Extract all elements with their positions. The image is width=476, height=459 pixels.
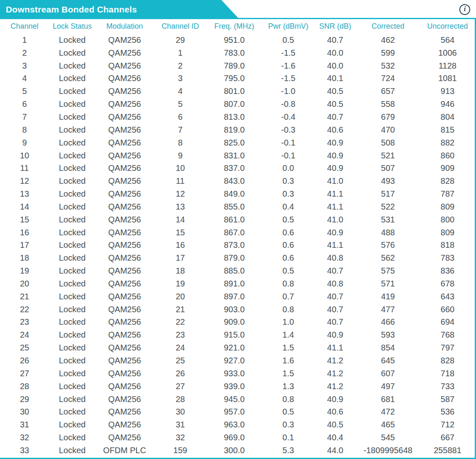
table-cell: 466	[356, 316, 420, 329]
table-cell: 40.1	[315, 72, 356, 85]
table-row: 33LockedOFDM PLC159300.05.344.0-18099956…	[0, 444, 475, 457]
table-cell: 593	[356, 328, 420, 341]
column-header-lock-status: Lock Status	[49, 19, 96, 34]
table-row: 32LockedQAM25632969.00.140.4545667	[0, 431, 475, 444]
table-cell: 41.0	[315, 213, 356, 226]
table-cell: 8	[0, 123, 49, 136]
table-row: 5LockedQAM2564801.0-1.040.5657913	[0, 85, 475, 98]
table-cell: 28	[0, 380, 49, 393]
table-cell: 5	[154, 98, 207, 111]
table-cell: 933.0	[207, 367, 262, 380]
table-cell: 20	[154, 290, 207, 303]
table-cell: 24	[154, 341, 207, 354]
table-cell: 804	[420, 111, 475, 123]
table-cell: 0.6	[262, 239, 315, 252]
table-cell: QAM256	[96, 354, 154, 367]
table-cell: 6	[154, 111, 207, 123]
table-cell: 1.5	[262, 367, 315, 380]
info-icon[interactable]: i	[459, 4, 470, 15]
table-cell: 17	[154, 252, 207, 264]
table-cell: QAM256	[96, 316, 154, 329]
table-cell: 41.2	[315, 367, 356, 380]
table-row: 9LockedQAM2568825.0-0.140.9508882	[0, 136, 475, 149]
table-cell: Locked	[49, 252, 96, 264]
table-cell: QAM256	[96, 149, 154, 162]
table-cell: 860	[420, 149, 475, 162]
table-cell: 801.0	[207, 85, 262, 98]
table-cell: QAM256	[96, 431, 154, 444]
table-cell: 497	[356, 380, 420, 393]
table-cell: QAM256	[96, 200, 154, 213]
table-cell: 532	[356, 59, 420, 72]
table-cell: 599	[356, 47, 420, 59]
table-cell: 0.3	[262, 175, 315, 188]
table-cell: 40.5	[315, 418, 356, 431]
table-cell: 522	[356, 200, 420, 213]
channels-table: ChannelLock StatusModulationChannel IDFr…	[0, 19, 475, 457]
table-cell: QAM256	[96, 303, 154, 316]
table-cell: 40.8	[315, 252, 356, 264]
table-cell: 807.0	[207, 98, 262, 111]
table-cell: 558	[356, 98, 420, 111]
table-cell: 957.0	[207, 405, 262, 418]
table-cell: 0.6	[262, 226, 315, 239]
table-cell: Locked	[49, 367, 96, 380]
table-cell: 657	[356, 85, 420, 98]
table-cell: 789.0	[207, 59, 262, 72]
table-cell: 9	[0, 136, 49, 149]
table-cell: 27	[0, 367, 49, 380]
table-cell: 909.0	[207, 316, 262, 329]
page-title: Downstream Bonded Channels	[0, 5, 137, 15]
table-cell: 40.9	[315, 393, 356, 406]
table-cell: Locked	[49, 47, 96, 59]
table-cell: -1.6	[262, 59, 315, 72]
table-row: 16LockedQAM25615867.00.640.9488809	[0, 226, 475, 239]
table-cell: 861.0	[207, 213, 262, 226]
table-cell: 564	[420, 34, 475, 47]
table-cell: 44.0	[315, 444, 356, 457]
table-cell: 5.3	[262, 444, 315, 457]
table-cell: 40.0	[315, 59, 356, 72]
table-cell: QAM256	[96, 111, 154, 123]
table-cell: 818	[420, 239, 475, 252]
table-cell: 819.0	[207, 123, 262, 136]
table-cell: Locked	[49, 34, 96, 47]
table-cell: 30	[154, 405, 207, 418]
table-cell: 873.0	[207, 239, 262, 252]
table-cell: 24	[0, 328, 49, 341]
table-cell: Locked	[49, 200, 96, 213]
table-cell: 6	[0, 98, 49, 111]
table-row: 17LockedQAM25616873.00.641.1576818	[0, 239, 475, 252]
table-cell: QAM256	[96, 252, 154, 264]
table-cell: QAM256	[96, 393, 154, 406]
table-cell: 1081	[420, 72, 475, 85]
table-cell: 40.7	[315, 290, 356, 303]
table-cell: 40.6	[315, 123, 356, 136]
table-cell: OFDM PLC	[96, 444, 154, 457]
table-cell: Locked	[49, 98, 96, 111]
table-row: 15LockedQAM25614861.00.541.0531800	[0, 213, 475, 226]
table-cell: Locked	[49, 149, 96, 162]
table-cell: Locked	[49, 123, 96, 136]
table-row: 22LockedQAM25621903.00.840.7477660	[0, 303, 475, 316]
table-cell: QAM256	[96, 264, 154, 277]
title-banner: Downstream Bonded Channels	[0, 0, 249, 19]
table-cell: 797	[420, 341, 475, 354]
table-cell: 836	[420, 264, 475, 277]
table-cell: 2	[0, 47, 49, 59]
table-cell: 21	[154, 303, 207, 316]
table-cell: 31	[154, 418, 207, 431]
table-cell: 12	[154, 188, 207, 200]
table-cell: QAM256	[96, 34, 154, 47]
table-cell: Locked	[49, 341, 96, 354]
table-row: 13LockedQAM25612849.00.341.1517787	[0, 188, 475, 200]
table-cell: Locked	[49, 162, 96, 175]
table-cell: 4	[0, 72, 49, 85]
table-cell: 13	[154, 200, 207, 213]
table-cell: 1	[154, 47, 207, 59]
table-cell: 718	[420, 367, 475, 380]
table-cell: 11	[154, 175, 207, 188]
table-cell: 885.0	[207, 264, 262, 277]
table-cell: 927.0	[207, 354, 262, 367]
table-cell: 843.0	[207, 175, 262, 188]
